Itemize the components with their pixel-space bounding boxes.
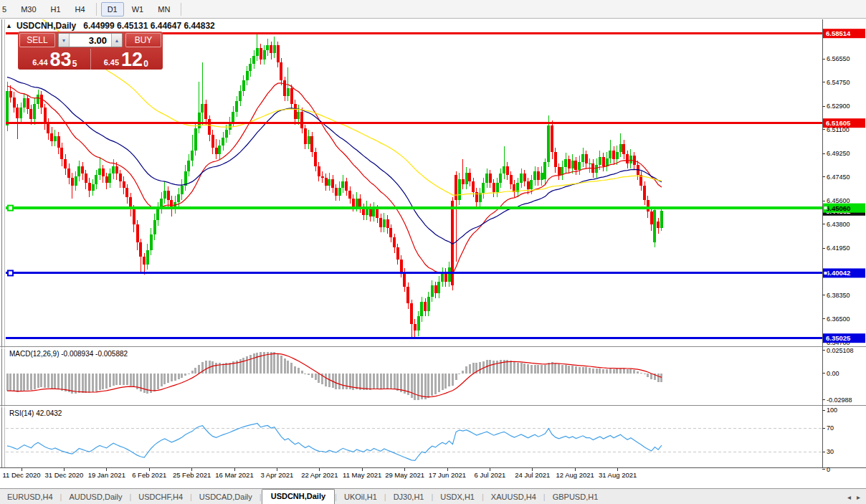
svg-text:6 Feb 2021: 6 Feb 2021: [132, 471, 166, 479]
svg-text:17 Jun 2021: 17 Jun 2021: [429, 471, 466, 479]
svg-text:3 Apr 2021: 3 Apr 2021: [260, 471, 293, 479]
svg-text:6.38350: 6.38350: [827, 292, 850, 299]
svg-text:0.025108: 0.025108: [827, 347, 854, 354]
svg-text:-0.02988: -0.02988: [827, 396, 852, 404]
tab-usdchf-h4[interactable]: USDCHF,H4: [131, 490, 190, 504]
candles-layer: [6, 34, 663, 338]
buy-price-prefix: 6.45: [104, 58, 119, 67]
svg-text:30: 30: [827, 448, 834, 455]
svg-text:6.52900: 6.52900: [827, 103, 850, 110]
chart-ohlc-values: 6.44999 6.45131 6.44647 6.44832: [83, 21, 215, 31]
buy-button[interactable]: BUY: [125, 33, 161, 47]
svg-text:11 Dec 2020: 11 Dec 2020: [2, 471, 40, 479]
volume-input[interactable]: 3.00: [70, 34, 111, 47]
date-axis: 11 Dec 202031 Dec 202019 Jan 20216 Feb 2…: [2, 468, 637, 480]
svg-text:6.36500: 6.36500: [827, 315, 850, 323]
tab-dj30-h1[interactable]: DJ30,H1: [386, 490, 432, 504]
tab-scroll-left-icon[interactable]: ◂: [847, 493, 851, 501]
svg-text:6.35025: 6.35025: [826, 334, 851, 342]
svg-text:31 Dec 2020: 31 Dec 2020: [44, 471, 83, 479]
svg-text:6.43800: 6.43800: [827, 221, 850, 228]
sell-price-pip: 5: [72, 59, 77, 69]
one-click-trade-panel: SELL ▼ 3.00 ▲ BUY 6.44835 6.45120: [18, 32, 163, 70]
macd-axis: 0.0251080.00-0.02988: [822, 347, 854, 404]
svg-text:12 Aug 2021: 12 Aug 2021: [556, 471, 594, 479]
mt4-window: 5M30H1H4D1W1MN 6.565506.547506.529006.51…: [0, 0, 866, 504]
tab-usdcad-daily[interactable]: USDCAD,Daily: [192, 490, 260, 504]
svg-text:19 Jan 2021: 19 Jan 2021: [88, 471, 125, 479]
svg-text:6.47450: 6.47450: [827, 173, 850, 181]
svg-text:6.51605: 6.51605: [826, 119, 851, 127]
svg-text:6.41950: 6.41950: [827, 244, 850, 252]
rsi-label: RSI(14) 42.0432: [9, 409, 62, 417]
timeframe-toolbar: 5M30H1H4D1W1MN: [0, 0, 866, 19]
svg-text:24 Jul 2021: 24 Jul 2021: [515, 471, 550, 479]
tab-usdcnh-daily[interactable]: USDCNH,Daily: [262, 489, 335, 504]
buy-quote-button[interactable]: 6.45120: [91, 49, 162, 70]
timeframe-button-MN[interactable]: MN: [151, 2, 176, 16]
toolbar-separator: [96, 3, 97, 16]
hline-handle[interactable]: [8, 206, 13, 211]
svg-text:0.00: 0.00: [827, 370, 839, 377]
hline-handle[interactable]: [8, 270, 13, 275]
timeframe-button-H4[interactable]: H4: [69, 2, 92, 16]
macd-signal-line: [7, 353, 662, 396]
chevron-up-icon: ▲: [115, 38, 120, 43]
svg-text:6.49250: 6.49250: [827, 150, 850, 157]
sell-quote-button[interactable]: 6.44835: [19, 49, 91, 70]
volume-stepper: ▼ 3.00 ▲: [58, 33, 123, 47]
tab-scroll-nav: ◂▸: [847, 493, 866, 504]
chart-symbol-label: USDCNH,Daily: [16, 21, 76, 31]
timeframe-button-H1[interactable]: H1: [44, 2, 67, 16]
svg-text:6.58514: 6.58514: [826, 29, 851, 37]
buy-price-pip: 0: [143, 59, 148, 69]
volume-decrease-button[interactable]: ▼: [59, 34, 70, 47]
rsi-line: [7, 424, 662, 461]
toolbar-separator: [181, 3, 181, 16]
sell-price-prefix: 6.44: [32, 58, 47, 67]
tab-gbpusd-h1[interactable]: GBPUSD,H1: [546, 490, 606, 504]
svg-text:11 May 2021: 11 May 2021: [343, 471, 381, 479]
svg-text:6.45060: 6.45060: [826, 204, 850, 212]
macd-histogram: [6, 352, 663, 401]
rsi-axis: 10070300: [822, 406, 837, 473]
price-axis: 6.565506.547506.529006.511006.492506.474…: [822, 55, 850, 346]
tab-scroll-right-icon[interactable]: ▸: [857, 493, 860, 501]
svg-text:29 May 2021: 29 May 2021: [385, 471, 424, 479]
svg-text:6.56550: 6.56550: [827, 55, 850, 62]
pane-separators: [0, 19, 866, 468]
svg-text:6.40042: 6.40042: [826, 269, 850, 277]
chart-title: ▲USDCNH,Daily6.44999 6.45131 6.44647 6.4…: [6, 21, 215, 31]
tab-eurusd-h4[interactable]: EURUSD,H4: [0, 490, 60, 504]
chart-canvas[interactable]: 6.565506.547506.529006.511006.492506.474…: [0, 19, 866, 488]
tab-ukoil-h1[interactable]: UKOil,H1: [337, 490, 384, 504]
svg-text:100: 100: [827, 406, 837, 414]
timeframe-button-M30[interactable]: M30: [14, 2, 42, 16]
sell-price-big: 83: [50, 50, 72, 69]
svg-text:16 Mar 2021: 16 Mar 2021: [215, 471, 253, 479]
svg-text:0: 0: [827, 466, 830, 473]
timeframe-button-W1[interactable]: W1: [125, 2, 151, 16]
chevron-down-icon: ▼: [62, 38, 67, 43]
svg-text:70: 70: [827, 424, 834, 432]
sell-button[interactable]: SELL: [19, 33, 55, 47]
tab-xauusd-h4[interactable]: XAUUSD,H4: [484, 490, 543, 504]
svg-text:6.54750: 6.54750: [827, 79, 850, 86]
volume-increase-button[interactable]: ▲: [111, 34, 122, 47]
macd-label: MACD(12,26,9) -0.008934 -0.005882: [9, 350, 128, 358]
tab-audusd-daily[interactable]: AUDUSD,Daily: [62, 490, 129, 504]
timeframe-button-5[interactable]: 5: [0, 2, 13, 16]
timeframe-button-D1[interactable]: D1: [101, 2, 124, 16]
svg-text:6 Jul 2021: 6 Jul 2021: [474, 471, 505, 479]
svg-text:31 Aug 2021: 31 Aug 2021: [599, 471, 637, 479]
symbol-tab-bar: EURUSD,H4|AUDUSD,Daily|USDCHF,H4|USDCAD,…: [0, 488, 866, 504]
collapse-arrow-icon[interactable]: ▲: [6, 22, 12, 29]
buy-price-big: 12: [121, 50, 143, 69]
chart-window: 6.565506.547506.529006.511006.492506.474…: [0, 19, 866, 488]
svg-text:25 Feb 2021: 25 Feb 2021: [173, 471, 211, 479]
tab-usdx-h1[interactable]: USDX,H1: [433, 490, 482, 504]
svg-text:22 Apr 2021: 22 Apr 2021: [301, 471, 338, 479]
